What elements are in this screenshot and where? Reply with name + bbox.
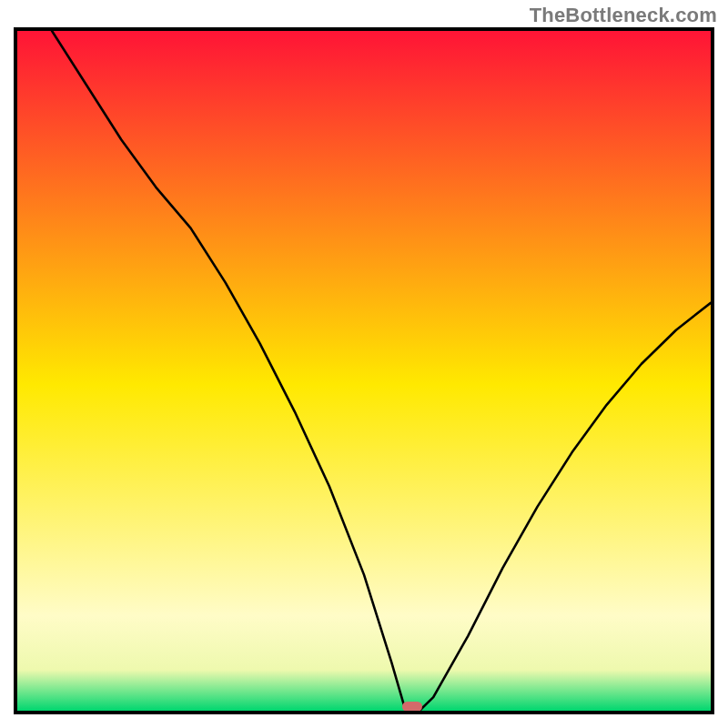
chart-frame: TheBottleneck.com — [0, 0, 728, 728]
watermark-text: TheBottleneck.com — [530, 4, 717, 27]
curve-path — [52, 31, 711, 711]
plot-area — [14, 27, 714, 714]
bottleneck-curve — [17, 31, 711, 711]
highlight-marker — [402, 702, 422, 712]
